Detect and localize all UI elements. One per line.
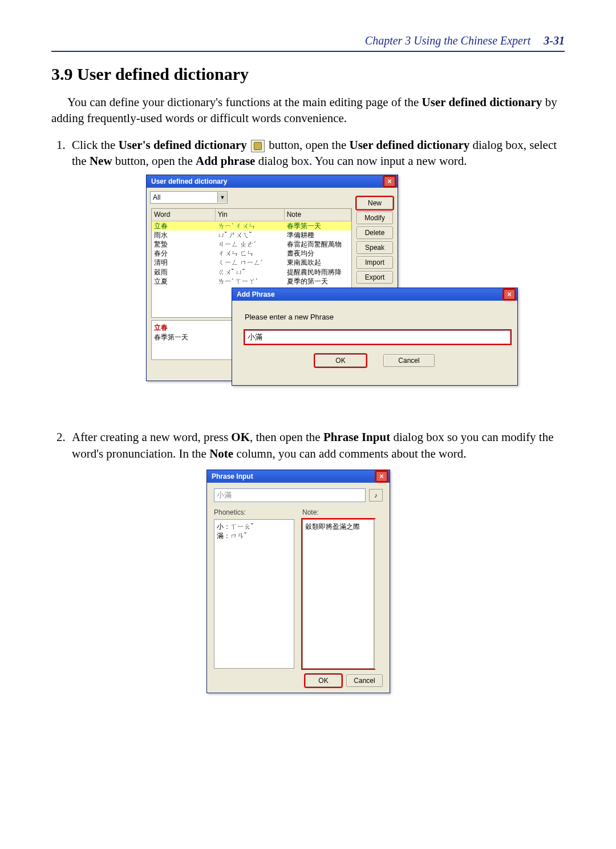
col-yin: Yin: [216, 209, 285, 220]
cancel-button[interactable]: Cancel: [346, 674, 383, 687]
delete-button[interactable]: Delete: [356, 227, 393, 239]
list-row[interactable]: 雨水ㄩˇ ㄕㄨㄟˇ準備耕種: [152, 231, 351, 240]
intro-paragraph: You can define your dictionary's functio…: [51, 94, 565, 127]
cancel-button[interactable]: Cancel: [383, 354, 435, 367]
dialog-titlebar[interactable]: Phrase Input ×: [207, 470, 390, 483]
chapter-title: Chapter 3 Using the Chinese Expert: [365, 34, 531, 47]
chevron-down-icon: ▼: [217, 192, 227, 203]
col-word: Word: [152, 209, 216, 220]
dialog-title: User defined dictionary: [151, 175, 227, 188]
figure-2: Phrase Input × 小滿 ♪ Phonetics:: [206, 470, 389, 693]
phrase-display: 小滿: [214, 488, 366, 502]
header-rule: [51, 51, 565, 52]
page-number: 3-31: [544, 34, 565, 47]
list-header: Word Yin Note: [152, 209, 351, 221]
ok-button[interactable]: OK: [305, 674, 342, 687]
add-phrase-prompt: Please enter a new Phrase: [245, 312, 505, 322]
phrase-input[interactable]: 小滿: [245, 330, 510, 344]
step-1: Click the User's defined dictionary butt…: [68, 137, 565, 415]
steps-list: Click the User's defined dictionary butt…: [51, 137, 565, 693]
phrase-input-dialog: Phrase Input × 小滿 ♪ Phonetics:: [206, 470, 390, 693]
note-label: Note:: [302, 508, 383, 517]
step-2: After creating a new word, press OK, the…: [68, 429, 565, 693]
close-icon[interactable]: ×: [376, 471, 387, 482]
side-button-group: New Modify Delete Speak Import Export: [356, 197, 393, 284]
phonetics-column: Phonetics: 小：ㄒㄧㄠˇ 滿：ㄇㄢˇ: [214, 508, 294, 669]
close-icon[interactable]: ×: [384, 176, 395, 187]
import-button[interactable]: Import: [356, 256, 393, 269]
close-icon[interactable]: ×: [504, 289, 515, 300]
col-note: Note: [285, 209, 351, 220]
speak-icon[interactable]: ♪: [369, 489, 383, 502]
list-row[interactable]: 立夏ㄌㄧˋ ㄒㄧㄚˋ夏季的第一天: [152, 277, 351, 286]
modify-button[interactable]: Modify: [356, 212, 393, 224]
phonetics-label: Phonetics:: [214, 508, 294, 517]
export-button[interactable]: Export: [356, 271, 393, 284]
filter-dropdown[interactable]: All ▼: [150, 191, 228, 204]
note-box[interactable]: 穀類即將盈滿之際: [302, 519, 374, 669]
ok-button[interactable]: OK: [315, 354, 366, 367]
phonetics-box[interactable]: 小：ㄒㄧㄠˇ 滿：ㄇㄢˇ: [214, 519, 294, 669]
section-heading: 3.9 User defined dictionary: [51, 64, 565, 84]
dialog-title: Phrase Input: [212, 470, 253, 483]
note-column: Note: 穀類即將盈滿之際: [302, 508, 383, 669]
add-phrase-dialog: Add Phrase × Please enter a new Phrase 小…: [232, 288, 518, 386]
list-row[interactable]: 驚蟄ㄐㄧㄥ ㄓㄜˊ春雷起而驚醒萬物: [152, 240, 351, 249]
list-row[interactable]: 春分ㄔㄨㄣ ㄈㄣ晝夜均分: [152, 249, 351, 258]
list-row[interactable]: 穀雨ㄍㄨˇ ㄩˇ提醒農民時雨將降: [152, 268, 351, 277]
dictionary-icon: [251, 140, 265, 152]
dialog-titlebar[interactable]: User defined dictionary ×: [147, 175, 398, 188]
list-row[interactable]: 清明ㄑㄧㄥ ㄇㄧㄥˊ東南風吹起: [152, 258, 351, 267]
running-header: Chapter 3 Using the Chinese Expert 3-31: [51, 34, 565, 47]
scrollbar[interactable]: [374, 519, 383, 669]
filter-value: All: [153, 193, 160, 202]
list-body: 立春ㄌㄧˋ ㄔㄨㄣ春季第一天 雨水ㄩˇ ㄕㄨㄟˇ準備耕種 驚蟄ㄐㄧㄥ ㄓㄜˊ春雷…: [152, 221, 351, 286]
speak-button[interactable]: Speak: [356, 241, 393, 254]
figure-1: User defined dictionary × All ▼ Word Yin: [146, 175, 545, 414]
dialog-title: Add Phrase: [237, 288, 275, 301]
list-row[interactable]: 立春ㄌㄧˋ ㄔㄨㄣ春季第一天: [152, 221, 351, 231]
new-button[interactable]: New: [356, 197, 393, 209]
dialog-titlebar[interactable]: Add Phrase ×: [232, 288, 517, 301]
